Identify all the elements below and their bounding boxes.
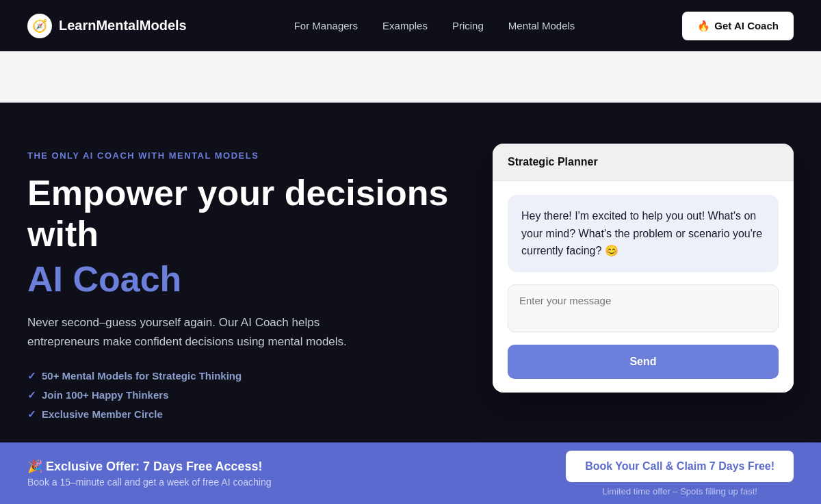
bottom-banner: 🎉 Exclusive Offer: 7 Days Free Access! B… [0,442,821,504]
gray-strip [0,51,821,103]
chat-widget-container: Strategic Planner Hey there! I'm excited… [493,144,794,393]
party-icon: 🎉 [27,460,42,473]
nav-link-managers[interactable]: For Managers [294,20,358,31]
hero-section: THE ONLY AI COACH WITH MENTAL MODELS Emp… [0,103,821,504]
logo-icon: 🧭 [27,14,52,38]
get-ai-coach-button[interactable]: 🔥 Get AI Coach [682,12,794,40]
navbar: 🧭 LearnMentalModels For Managers Example… [0,0,821,51]
nav-link-examples[interactable]: Examples [382,20,428,31]
logo-text: LearnMentalModels [59,18,187,34]
hero-title-line2: AI Coach [27,259,493,300]
hero-feature-1: 50+ Mental Models for Strategic Thinking [27,370,493,382]
chat-message-input[interactable] [508,284,779,332]
chat-header: Strategic Planner [493,144,794,181]
nav-link-pricing[interactable]: Pricing [452,20,484,31]
hero-subtitle: Never second–guess yourself again. Our A… [27,313,383,350]
banner-title-text: Exclusive Offer: 7 Days Free Access! [46,460,263,473]
nav-cta-label: Get AI Coach [714,20,779,31]
hero-eyebrow: THE ONLY AI COACH WITH MENTAL MODELS [27,150,493,161]
hero-feature-3: Exclusive Member Circle [27,408,493,421]
chat-body: Hey there! I'm excited to help you out! … [493,181,794,393]
banner-small-print: Limited time offer – Spots filling up fa… [566,486,794,496]
chat-widget: Strategic Planner Hey there! I'm excited… [493,144,794,393]
chat-send-button[interactable]: Send [508,345,779,379]
banner-left-content: 🎉 Exclusive Offer: 7 Days Free Access! B… [27,459,271,488]
chat-message-bubble: Hey there! I'm excited to help you out! … [508,195,779,272]
nav-link-mental-models[interactable]: Mental Models [508,20,575,31]
fire-icon: 🔥 [697,20,710,32]
banner-cta-button[interactable]: Book Your Call & Claim 7 Days Free! [566,451,794,482]
hero-feature-2: Join 100+ Happy Thinkers [27,389,493,401]
hero-title-line1: Empower your decisions with [27,173,493,255]
hero-features-list: 50+ Mental Models for Strategic Thinking… [27,370,493,421]
nav-links: For Managers Examples Pricing Mental Mod… [294,20,575,32]
banner-subtitle: Book a 15–minute call and get a week of … [27,477,271,488]
banner-right-content: Book Your Call & Claim 7 Days Free! Limi… [566,451,794,496]
logo[interactable]: 🧭 LearnMentalModels [27,14,187,38]
hero-content: THE ONLY AI COACH WITH MENTAL MODELS Emp… [27,144,493,445]
banner-title: 🎉 Exclusive Offer: 7 Days Free Access! [27,459,271,474]
